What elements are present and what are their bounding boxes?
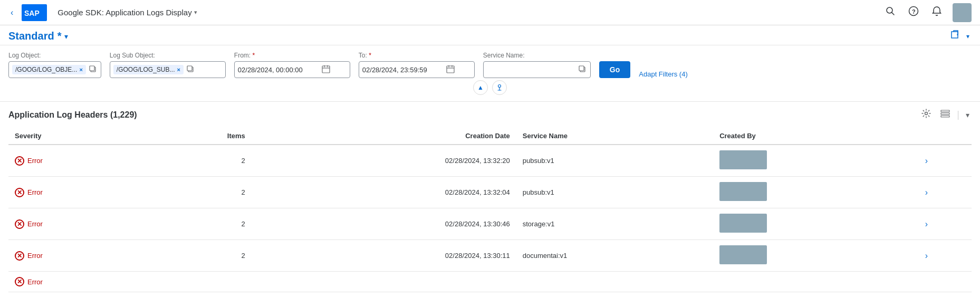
created-by-avatar bbox=[719, 245, 767, 264]
row-items: 2 bbox=[147, 208, 252, 240]
row-creation-date: 02/28/2024, 13:32:04 bbox=[252, 177, 516, 208]
row-service-name: storage:v1 bbox=[516, 208, 713, 240]
severity-error-container: ✕ Error bbox=[15, 277, 141, 286]
severity-label: Error bbox=[27, 252, 43, 260]
severity-label: Error bbox=[27, 157, 43, 165]
from-input-wrap bbox=[234, 61, 350, 78]
row-nav-button[interactable]: › bbox=[925, 251, 928, 261]
sap-logo: SAP bbox=[22, 4, 47, 21]
help-button[interactable]: ? bbox=[906, 4, 921, 21]
svg-rect-24 bbox=[941, 110, 949, 112]
log-object-tag: /GOOG/LOG_OBJE... × bbox=[12, 65, 86, 74]
to-input[interactable] bbox=[362, 66, 444, 74]
error-icon: ✕ bbox=[15, 277, 24, 286]
avatar bbox=[953, 3, 972, 22]
col-items: Items bbox=[147, 128, 252, 145]
severity-error-container: ✕ Error bbox=[15, 219, 141, 229]
row-items bbox=[147, 272, 252, 292]
row-creation-date bbox=[252, 272, 516, 292]
col-severity: Severity bbox=[8, 128, 147, 145]
row-created-by bbox=[713, 145, 919, 177]
row-nav-button[interactable]: › bbox=[925, 156, 928, 166]
created-by-avatar bbox=[719, 214, 767, 233]
service-name-input[interactable] bbox=[487, 66, 575, 74]
back-button[interactable]: ‹ bbox=[8, 6, 15, 20]
row-items: 2 bbox=[147, 145, 252, 177]
pin-button[interactable] bbox=[492, 80, 507, 95]
table-row: ✕ Error bbox=[8, 272, 972, 292]
row-nav-button[interactable]: › bbox=[925, 188, 928, 197]
row-severity: ✕ Error bbox=[8, 177, 147, 208]
sub-header-chevron-button[interactable]: ▾ bbox=[964, 31, 972, 42]
to-input-wrap bbox=[359, 61, 475, 78]
svg-point-23 bbox=[925, 112, 928, 115]
error-icon: ✕ bbox=[15, 219, 24, 229]
from-calendar-button[interactable] bbox=[322, 65, 330, 75]
sub-header-actions: ▾ bbox=[949, 30, 972, 43]
sub-header: Standard * ▾ ▾ bbox=[0, 25, 980, 45]
log-sub-object-copy-button[interactable] bbox=[186, 64, 195, 75]
service-name-field: Service Name: bbox=[483, 52, 591, 78]
log-sub-object-value: /GOOG/LOG_SUB... bbox=[117, 66, 175, 73]
row-nav: › bbox=[919, 240, 972, 272]
log-object-copy-button[interactable] bbox=[88, 64, 98, 75]
severity-label: Error bbox=[27, 220, 43, 228]
log-object-clear-button[interactable]: × bbox=[79, 66, 82, 73]
created-by-avatar bbox=[719, 150, 767, 169]
row-created-by bbox=[713, 177, 919, 208]
row-severity: ✕ Error bbox=[8, 208, 147, 240]
col-service-name: Service Name bbox=[516, 128, 713, 145]
svg-rect-19 bbox=[579, 66, 584, 71]
table-settings-button[interactable] bbox=[919, 106, 934, 123]
row-nav-button[interactable]: › bbox=[925, 219, 928, 229]
go-button[interactable]: Go bbox=[599, 61, 630, 78]
col-created-by: Created By bbox=[713, 128, 919, 145]
nav-title: Google SDK: Application Logs Display ▾ bbox=[57, 8, 877, 17]
svg-rect-25 bbox=[941, 113, 949, 114]
svg-point-20 bbox=[498, 85, 501, 88]
row-creation-date: 02/28/2024, 13:30:11 bbox=[252, 240, 516, 272]
svg-rect-26 bbox=[941, 116, 949, 117]
log-sub-object-tag: /GOOG/LOG_SUB... × bbox=[113, 65, 184, 74]
view-dropdown-chevron[interactable]: ▾ bbox=[64, 32, 68, 41]
nav-title-chevron[interactable]: ▾ bbox=[194, 9, 197, 16]
log-sub-object-field: Log Sub Object: /GOOG/LOG_SUB... × bbox=[110, 52, 226, 78]
export-button[interactable] bbox=[949, 30, 960, 43]
error-icon: ✕ bbox=[15, 188, 24, 197]
table-toolbar-actions: | ▾ bbox=[919, 106, 972, 123]
view-title-asterisk: * bbox=[57, 30, 62, 42]
severity-error-container: ✕ Error bbox=[15, 156, 141, 166]
collapse-row: ▲ bbox=[8, 78, 972, 97]
service-name-copy-button[interactable] bbox=[578, 64, 587, 75]
row-service-name bbox=[516, 272, 713, 292]
row-created-by bbox=[713, 272, 919, 292]
table-row: ✕ Error 2 02/28/2024, 13:30:46 storage:v… bbox=[8, 208, 972, 240]
log-sub-object-clear-button[interactable]: × bbox=[177, 66, 180, 73]
adapt-filters-link[interactable]: Adapt Filters (4) bbox=[639, 70, 687, 78]
row-severity: ✕ Error bbox=[8, 272, 147, 292]
row-service-name: documentai:v1 bbox=[516, 240, 713, 272]
view-title: Standard bbox=[8, 30, 54, 42]
error-icon: ✕ bbox=[15, 156, 24, 166]
table-view-button[interactable] bbox=[938, 106, 953, 123]
notification-button[interactable] bbox=[929, 4, 944, 21]
from-input[interactable] bbox=[238, 66, 320, 74]
table-toolbar-divider: | bbox=[957, 109, 959, 120]
to-field: To: * bbox=[359, 52, 475, 78]
from-label: From: * bbox=[234, 52, 350, 59]
to-required: * bbox=[369, 52, 371, 59]
to-calendar-button[interactable] bbox=[446, 65, 455, 75]
row-created-by bbox=[713, 208, 919, 240]
table-more-button[interactable]: ▾ bbox=[964, 109, 972, 121]
error-icon: ✕ bbox=[15, 251, 24, 261]
table-section: Application Log Headers (1,229) | ▾ bbox=[0, 106, 980, 292]
row-severity: ✕ Error bbox=[8, 240, 147, 272]
row-service-name: pubsub:v1 bbox=[516, 177, 713, 208]
severity-label: Error bbox=[27, 278, 43, 286]
table-title: Application Log Headers (1,229) bbox=[8, 110, 137, 120]
filter-row: Log Object: /GOOG/LOG_OBJE... × Log Sub … bbox=[8, 52, 972, 78]
svg-rect-10 bbox=[322, 66, 330, 73]
search-button[interactable] bbox=[883, 4, 898, 21]
collapse-button[interactable]: ▲ bbox=[473, 80, 488, 95]
svg-text:?: ? bbox=[912, 8, 916, 15]
